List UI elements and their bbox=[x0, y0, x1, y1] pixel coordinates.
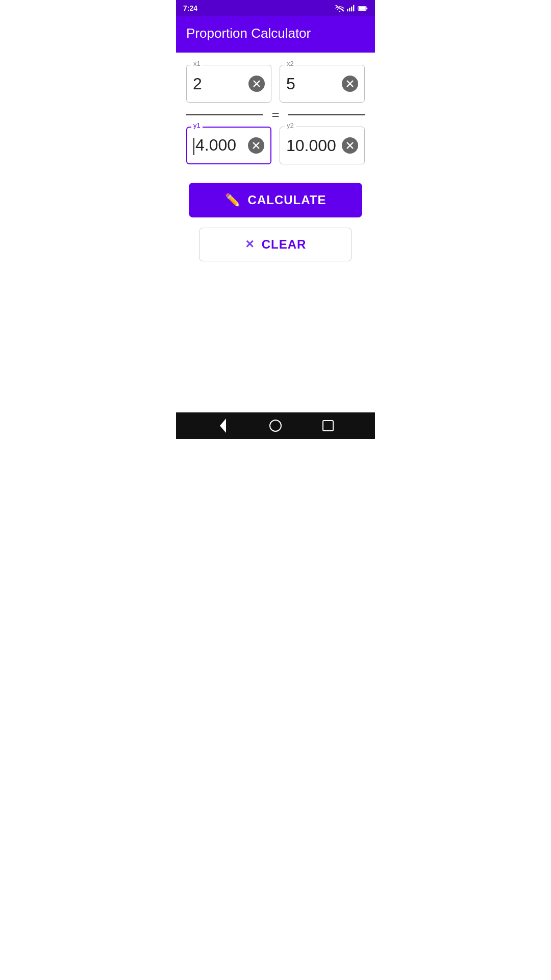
x2-label: x2 bbox=[285, 60, 296, 67]
bottom-input-row: y1 4.000 y2 10.000 bbox=[186, 127, 365, 164]
back-icon bbox=[220, 419, 226, 433]
x2-field[interactable]: 5 bbox=[280, 65, 365, 103]
pencil-icon: ✏️ bbox=[225, 193, 241, 207]
calculate-label: CALCULATE bbox=[248, 193, 327, 207]
x2-wrapper: x2 5 bbox=[280, 65, 365, 103]
clear-label: CLEAR bbox=[262, 237, 307, 252]
left-divider bbox=[186, 114, 263, 115]
clear-button[interactable]: ✕ CLEAR bbox=[199, 228, 352, 261]
app-title: Proportion Calculator bbox=[186, 26, 365, 41]
x2-clear-button[interactable] bbox=[342, 76, 358, 92]
status-time: 7:24 bbox=[183, 4, 197, 12]
status-bar: 7:24 bbox=[176, 0, 375, 16]
equals-sign: = bbox=[263, 107, 287, 122]
y2-clear-icon bbox=[345, 141, 355, 150]
x1-clear-icon bbox=[252, 79, 261, 88]
x2-value: 5 bbox=[286, 75, 342, 93]
home-button[interactable] bbox=[268, 419, 283, 433]
battery-icon bbox=[358, 5, 368, 12]
y1-clear-button[interactable] bbox=[248, 137, 264, 154]
back-button[interactable] bbox=[216, 419, 230, 433]
nav-bar bbox=[176, 412, 375, 439]
wifi-x-icon bbox=[335, 5, 344, 12]
clear-x-icon: ✕ bbox=[245, 238, 255, 251]
y2-clear-button[interactable] bbox=[342, 137, 358, 154]
svg-rect-2 bbox=[349, 8, 350, 11]
recent-icon bbox=[322, 420, 334, 431]
svg-point-0 bbox=[339, 11, 340, 12]
x1-field[interactable]: 2 bbox=[186, 65, 271, 103]
y1-field[interactable]: 4.000 bbox=[186, 127, 271, 164]
y2-label: y2 bbox=[285, 121, 296, 129]
svg-rect-4 bbox=[353, 5, 354, 12]
x2-clear-icon bbox=[345, 79, 355, 88]
y2-field[interactable]: 10.000 bbox=[280, 127, 365, 164]
y1-wrapper: y1 4.000 bbox=[186, 127, 271, 164]
y2-value: 10.000 bbox=[286, 136, 342, 155]
calculate-button[interactable]: ✏️ CALCULATE bbox=[189, 183, 362, 217]
status-icons bbox=[335, 5, 368, 12]
top-input-row: x1 2 x2 5 bbox=[186, 65, 365, 103]
main-content: x1 2 x2 5 bbox=[176, 53, 375, 412]
signal-icon bbox=[347, 5, 355, 12]
x1-clear-button[interactable] bbox=[248, 76, 265, 92]
equals-row: = bbox=[186, 107, 365, 122]
x1-wrapper: x1 2 bbox=[186, 65, 271, 103]
home-icon bbox=[269, 420, 282, 432]
svg-rect-6 bbox=[366, 7, 367, 9]
svg-rect-1 bbox=[347, 9, 348, 12]
buttons-section: ✏️ CALCULATE ✕ CLEAR bbox=[186, 183, 365, 261]
y2-wrapper: y2 10.000 bbox=[280, 127, 365, 164]
svg-rect-7 bbox=[359, 7, 366, 9]
y1-value: 4.000 bbox=[193, 136, 248, 155]
y1-clear-icon bbox=[252, 141, 261, 150]
right-divider bbox=[288, 114, 365, 115]
app-header: Proportion Calculator bbox=[176, 16, 375, 53]
y1-label: y1 bbox=[191, 121, 203, 129]
x1-label: x1 bbox=[191, 60, 203, 67]
recent-button[interactable] bbox=[321, 419, 335, 433]
x1-value: 2 bbox=[193, 75, 248, 93]
svg-rect-3 bbox=[351, 7, 352, 12]
